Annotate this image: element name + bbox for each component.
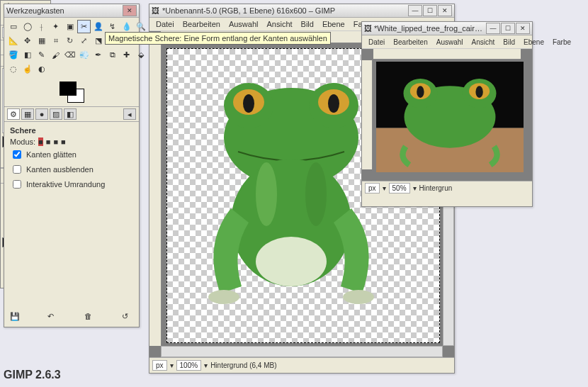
toolbox-bottom-bar: 💾 ↶ 🗑 ↺ [4,310,139,325]
opt-interactive: Interaktive Umrandung [26,180,105,189]
tool-measure[interactable]: 📐 [6,34,20,47]
tool-dodge[interactable]: ◐ [35,62,48,76]
tab-menu-icon[interactable]: ◂ [123,108,136,120]
save-icon[interactable]: 💾 [10,312,21,323]
tool-heal[interactable]: ✚ [120,48,133,62]
maximize-icon[interactable]: ☐ [501,23,515,34]
main-titlebar[interactable]: 🖼 *Unbenannt-5.0 (RGB, 1 Ebene) 616x600 … [149,4,454,18]
unit-selector[interactable]: px [365,183,380,194]
svg-point-8 [208,290,239,304]
tool-ink[interactable]: ✒ [91,48,105,62]
tab-pattern[interactable]: ▨ [50,108,62,120]
mode-subtract[interactable]: ■ [53,138,58,146]
menu-ebene[interactable]: Ebene [520,38,548,47]
main-statusbar: px▾ 100%▾ Hintergrund (6,4 MB) [149,357,454,372]
secondary-titlebar[interactable]: 🖼 *White_lipped_tree_frog_cairns_jan_8_2… [362,22,532,35]
minimize-icon[interactable]: — [408,5,422,16]
ruler-vertical[interactable] [149,43,162,346]
tool-paintbrush[interactable]: 🖌 [49,48,62,62]
tab-brushes[interactable]: ● [35,108,48,120]
tool-foreground-select[interactable]: 👤 [91,20,105,33]
tool-pencil[interactable]: ✎ [35,48,48,62]
version-label: GIMP 2.6.3 [4,369,61,381]
close-icon[interactable]: ✕ [438,5,452,16]
tool-airbrush[interactable]: 💨 [77,48,91,62]
delete-icon[interactable]: 🗑 [84,312,96,323]
svg-point-5 [243,94,254,113]
unit-selector[interactable]: px [152,360,167,371]
tool-rotate[interactable]: ↻ [63,34,77,47]
tool-free-select[interactable]: ⟊ [35,20,48,33]
svg-point-21 [475,86,482,98]
menu-bearbeiten[interactable]: Bearbeiten [179,19,224,29]
tool-bucket-fill[interactable]: 🪣 [6,48,20,62]
tool-smudge[interactable]: ☝ [21,62,34,76]
svg-point-11 [305,162,327,226]
tool-blend[interactable]: ◧ [21,48,34,62]
menu-bild[interactable]: Bild [298,19,317,29]
menu-bild[interactable]: Bild [499,38,519,47]
tool-scissors[interactable]: ✂ [77,20,91,33]
options-title: Schere [10,126,133,135]
menu-auswahl[interactable]: Auswahl [225,19,262,29]
ruler-horizontal[interactable] [373,49,521,60]
tool-rect-select[interactable]: ▭ [6,20,20,33]
tool-shear[interactable]: ⬔ [91,34,105,47]
tool-eraser[interactable]: ⌫ [63,48,77,62]
svg-point-10 [256,162,277,226]
menu-datei[interactable]: Datei [152,19,178,29]
minimize-icon[interactable]: — [486,23,500,34]
reset-icon[interactable]: ↺ [122,312,133,323]
svg-point-6 [328,94,339,113]
mode-intersect[interactable]: ■ [61,138,66,146]
menu-ebene[interactable]: Ebene [319,19,349,29]
interactive-checkbox[interactable] [13,180,21,189]
tab-gradient[interactable]: ◧ [64,108,77,120]
toolbox-window: Werkzeugkasten ✕ ▭◯⟊✦▣✂👤↯💧🔍📐✥▦⌗↻⤢⬔▱⇋A🪣◧✎… [4,4,140,327]
tool-align[interactable]: ▦ [35,34,48,47]
opt-antialias: Kanten glätten [26,150,77,159]
scrollbar-horizontal[interactable] [161,346,443,357]
fg-color-swatch[interactable] [60,82,77,96]
close-icon[interactable]: ✕ [516,23,530,34]
tab-device[interactable]: ▦ [21,108,34,120]
tool-scale[interactable]: ⤢ [77,34,91,47]
menu-ansicht[interactable]: Ansicht [263,19,295,29]
tool-crop[interactable]: ⌗ [49,34,62,47]
svg-point-20 [417,86,424,98]
tool-fuzzy-select[interactable]: ✦ [49,20,62,33]
secondary-title: *White_lipped_tree_frog_cairns_jan_8_20.… [374,24,486,33]
tool-blur[interactable]: ◌ [6,62,20,76]
secondary-image-window: 🖼 *White_lipped_tree_frog_cairns_jan_8_2… [361,21,533,207]
menu-bearbeiten[interactable]: Bearbeiten [390,38,431,47]
restore-icon[interactable]: ↶ [47,312,59,323]
menu-auswahl[interactable]: Auswahl [433,38,467,47]
antialias-checkbox[interactable] [13,150,21,159]
tool-ellipse-select[interactable]: ◯ [21,20,34,33]
tool-color-select[interactable]: ▣ [63,20,77,33]
tool-move[interactable]: ✥ [21,34,34,47]
tab-tool-options[interactable]: ⚙ [7,108,20,120]
toolbox-title: Werkzeugkasten [6,6,123,15]
tool-options-panel: Schere Modus: ■ ■ ■ ■ Kanten glätten Kan… [4,122,139,197]
mode-replace[interactable]: ■ [38,138,43,146]
maximize-icon[interactable]: ☐ [423,5,437,16]
mode-add[interactable]: ■ [46,138,51,146]
secondary-canvas-area [362,49,532,181]
ruler-vertical[interactable] [362,60,373,169]
svg-point-9 [343,290,374,304]
menu-ansicht[interactable]: Ansicht [468,38,499,47]
main-title: *Unbenannt-5.0 (RGB, 1 Ebene) 616x600 – … [162,6,408,15]
menu-farbe[interactable]: Farbe [549,38,575,47]
feather-checkbox[interactable] [13,165,21,174]
close-icon[interactable]: ✕ [123,5,137,16]
zoom-level[interactable]: 50% [389,183,410,194]
svg-point-12 [256,237,327,286]
zoom-level[interactable]: 100% [176,360,202,371]
tool-options-tabs: ⚙ ▦ ● ▨ ◧ ◂ [4,106,139,122]
tool-clone[interactable]: ⧉ [106,48,119,62]
menu-datei[interactable]: Datei [365,38,388,47]
frog-photo[interactable] [376,62,524,172]
toolbox-titlebar[interactable]: Werkzeugkasten ✕ [4,4,139,18]
tool-perspective-clone[interactable]: ⬙ [134,48,147,62]
